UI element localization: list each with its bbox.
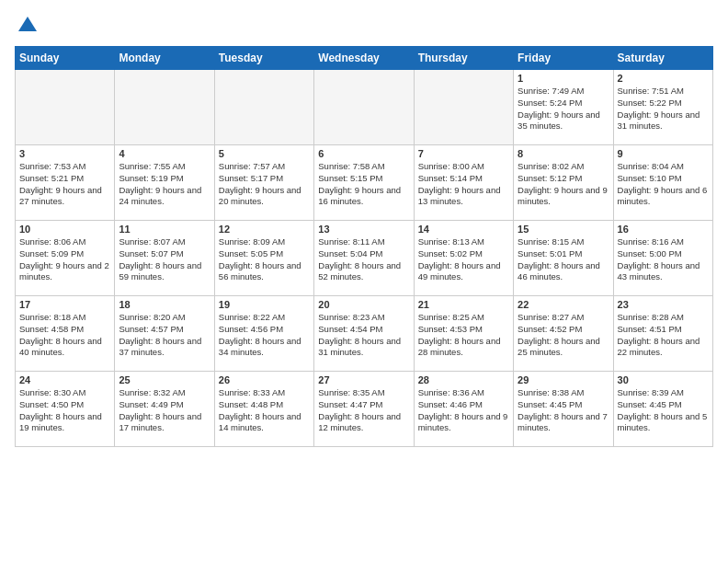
calendar-cell: 3Sunrise: 7:53 AMSunset: 5:21 PMDaylight… (16, 145, 115, 221)
weekday-header-friday: Friday (514, 47, 613, 70)
logo-icon (17, 15, 39, 37)
day-info: Sunrise: 8:15 AMSunset: 5:01 PMDaylight:… (518, 236, 609, 283)
day-info: Sunrise: 8:23 AMSunset: 4:54 PMDaylight:… (318, 312, 409, 359)
day-info: Sunrise: 8:20 AMSunset: 4:57 PMDaylight:… (119, 312, 210, 359)
weekday-header-thursday: Thursday (414, 47, 513, 70)
week-row-5: 24Sunrise: 8:30 AMSunset: 4:50 PMDayligh… (16, 372, 713, 447)
day-number: 29 (518, 374, 609, 385)
day-info: Sunrise: 8:25 AMSunset: 4:53 PMDaylight:… (418, 312, 509, 359)
day-number: 2 (618, 73, 709, 84)
svg-marker-0 (18, 17, 37, 31)
calendar-cell: 24Sunrise: 8:30 AMSunset: 4:50 PMDayligh… (16, 372, 115, 447)
day-info: Sunrise: 8:27 AMSunset: 4:52 PMDaylight:… (518, 312, 609, 359)
day-info: Sunrise: 8:07 AMSunset: 5:07 PMDaylight:… (119, 236, 210, 283)
day-number: 6 (318, 148, 409, 159)
calendar-cell: 20Sunrise: 8:23 AMSunset: 4:54 PMDayligh… (314, 296, 414, 372)
day-number: 19 (219, 299, 310, 310)
day-info: Sunrise: 8:09 AMSunset: 5:05 PMDaylight:… (219, 236, 310, 283)
calendar-cell: 5Sunrise: 7:57 AMSunset: 5:17 PMDaylight… (214, 145, 313, 221)
calendar-cell: 4Sunrise: 7:55 AMSunset: 5:19 PMDaylight… (115, 145, 214, 221)
weekday-header-sunday: Sunday (16, 47, 115, 70)
calendar-cell: 18Sunrise: 8:20 AMSunset: 4:57 PMDayligh… (115, 296, 214, 372)
day-number: 27 (318, 374, 409, 385)
calendar-cell: 13Sunrise: 8:11 AMSunset: 5:04 PMDayligh… (314, 221, 414, 296)
day-number: 23 (618, 299, 709, 310)
day-info: Sunrise: 7:57 AMSunset: 5:17 PMDaylight:… (219, 161, 310, 208)
page-container: SundayMondayTuesdayWednesdayThursdayFrid… (0, 0, 728, 454)
day-number: 11 (119, 224, 210, 235)
weekday-header-saturday: Saturday (613, 47, 712, 70)
calendar-table: SundayMondayTuesdayWednesdayThursdayFrid… (15, 46, 713, 447)
calendar-cell: 1Sunrise: 7:49 AMSunset: 5:24 PMDaylight… (514, 70, 613, 145)
day-number: 28 (418, 374, 509, 385)
calendar-cell: 9Sunrise: 8:04 AMSunset: 5:10 PMDaylight… (613, 145, 712, 221)
weekday-header-row: SundayMondayTuesdayWednesdayThursdayFrid… (16, 47, 713, 70)
calendar-cell: 7Sunrise: 8:00 AMSunset: 5:14 PMDaylight… (414, 145, 513, 221)
calendar-cell: 28Sunrise: 8:36 AMSunset: 4:46 PMDayligh… (414, 372, 513, 447)
calendar-cell: 17Sunrise: 8:18 AMSunset: 4:58 PMDayligh… (16, 296, 115, 372)
header (15, 15, 713, 37)
calendar-cell: 2Sunrise: 7:51 AMSunset: 5:22 PMDaylight… (613, 70, 712, 145)
week-row-1: 1Sunrise: 7:49 AMSunset: 5:24 PMDaylight… (16, 70, 713, 145)
day-info: Sunrise: 7:55 AMSunset: 5:19 PMDaylight:… (119, 161, 210, 208)
day-number: 30 (618, 374, 709, 385)
day-number: 7 (418, 148, 509, 159)
day-number: 1 (518, 73, 609, 84)
day-number: 22 (518, 299, 609, 310)
day-info: Sunrise: 8:38 AMSunset: 4:45 PMDaylight:… (518, 387, 609, 434)
day-number: 26 (219, 374, 310, 385)
calendar-cell: 19Sunrise: 8:22 AMSunset: 4:56 PMDayligh… (214, 296, 313, 372)
day-number: 12 (219, 224, 310, 235)
calendar-cell (314, 70, 414, 145)
day-info: Sunrise: 7:51 AMSunset: 5:22 PMDaylight:… (618, 86, 709, 132)
day-number: 24 (19, 374, 110, 385)
calendar-cell: 22Sunrise: 8:27 AMSunset: 4:52 PMDayligh… (514, 296, 613, 372)
weekday-header-tuesday: Tuesday (214, 47, 313, 70)
day-info: Sunrise: 8:28 AMSunset: 4:51 PMDaylight:… (618, 312, 709, 359)
day-info: Sunrise: 7:53 AMSunset: 5:21 PMDaylight:… (19, 161, 110, 208)
day-info: Sunrise: 8:35 AMSunset: 4:47 PMDaylight:… (318, 387, 409, 434)
calendar-cell: 21Sunrise: 8:25 AMSunset: 4:53 PMDayligh… (414, 296, 513, 372)
calendar-cell: 14Sunrise: 8:13 AMSunset: 5:02 PMDayligh… (414, 221, 513, 296)
day-info: Sunrise: 8:30 AMSunset: 4:50 PMDaylight:… (19, 387, 110, 434)
weekday-header-wednesday: Wednesday (314, 47, 414, 70)
day-number: 17 (19, 299, 110, 310)
day-info: Sunrise: 8:00 AMSunset: 5:14 PMDaylight:… (418, 161, 509, 208)
calendar-cell: 16Sunrise: 8:16 AMSunset: 5:00 PMDayligh… (613, 221, 712, 296)
calendar-cell: 11Sunrise: 8:07 AMSunset: 5:07 PMDayligh… (115, 221, 214, 296)
day-info: Sunrise: 8:16 AMSunset: 5:00 PMDaylight:… (618, 236, 709, 283)
day-info: Sunrise: 8:06 AMSunset: 5:09 PMDaylight:… (19, 236, 110, 283)
day-info: Sunrise: 7:58 AMSunset: 5:15 PMDaylight:… (318, 161, 409, 208)
calendar-cell (16, 70, 115, 145)
day-number: 15 (518, 224, 609, 235)
week-row-4: 17Sunrise: 8:18 AMSunset: 4:58 PMDayligh… (16, 296, 713, 372)
calendar-cell: 25Sunrise: 8:32 AMSunset: 4:49 PMDayligh… (115, 372, 214, 447)
day-info: Sunrise: 8:33 AMSunset: 4:48 PMDaylight:… (219, 387, 310, 434)
calendar-cell: 29Sunrise: 8:38 AMSunset: 4:45 PMDayligh… (514, 372, 613, 447)
day-number: 8 (518, 148, 609, 159)
week-row-3: 10Sunrise: 8:06 AMSunset: 5:09 PMDayligh… (16, 221, 713, 296)
day-number: 16 (618, 224, 709, 235)
day-number: 5 (219, 148, 310, 159)
calendar-cell (414, 70, 513, 145)
calendar-cell: 26Sunrise: 8:33 AMSunset: 4:48 PMDayligh… (214, 372, 313, 447)
logo (15, 15, 39, 37)
day-info: Sunrise: 8:11 AMSunset: 5:04 PMDaylight:… (318, 236, 409, 283)
day-number: 25 (119, 374, 210, 385)
calendar-cell: 30Sunrise: 8:39 AMSunset: 4:45 PMDayligh… (613, 372, 712, 447)
week-row-2: 3Sunrise: 7:53 AMSunset: 5:21 PMDaylight… (16, 145, 713, 221)
weekday-header-monday: Monday (115, 47, 214, 70)
day-number: 21 (418, 299, 509, 310)
calendar-cell: 23Sunrise: 8:28 AMSunset: 4:51 PMDayligh… (613, 296, 712, 372)
day-info: Sunrise: 7:49 AMSunset: 5:24 PMDaylight:… (518, 86, 609, 132)
calendar-cell: 27Sunrise: 8:35 AMSunset: 4:47 PMDayligh… (314, 372, 414, 447)
calendar-cell (115, 70, 214, 145)
calendar-cell: 12Sunrise: 8:09 AMSunset: 5:05 PMDayligh… (214, 221, 313, 296)
day-info: Sunrise: 8:04 AMSunset: 5:10 PMDaylight:… (618, 161, 709, 208)
calendar-cell: 10Sunrise: 8:06 AMSunset: 5:09 PMDayligh… (16, 221, 115, 296)
day-info: Sunrise: 8:36 AMSunset: 4:46 PMDaylight:… (418, 387, 509, 434)
day-info: Sunrise: 8:18 AMSunset: 4:58 PMDaylight:… (19, 312, 110, 359)
day-number: 10 (19, 224, 110, 235)
day-info: Sunrise: 8:39 AMSunset: 4:45 PMDaylight:… (618, 387, 709, 434)
day-info: Sunrise: 8:22 AMSunset: 4:56 PMDaylight:… (219, 312, 310, 359)
